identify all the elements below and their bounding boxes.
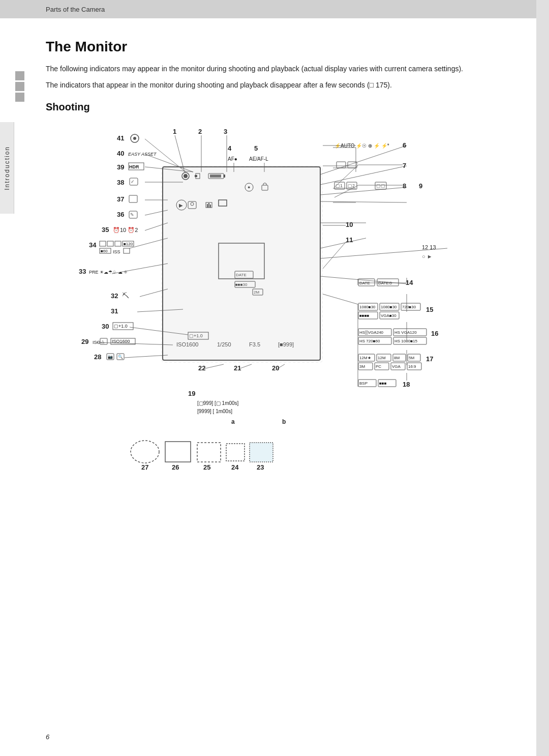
svg-text:34: 34 — [89, 241, 97, 249]
svg-text:2: 2 — [198, 128, 202, 135]
svg-line-48 — [320, 166, 407, 185]
svg-rect-8 — [210, 175, 221, 178]
svg-line-52 — [320, 238, 366, 248]
svg-text:■60: ■60 — [101, 249, 108, 253]
svg-line-218 — [203, 364, 224, 369]
svg-text:▢1: ▢1 — [336, 183, 343, 188]
side-tab: Introduction — [0, 122, 14, 214]
svg-text:○  ►: ○ ► — [422, 253, 433, 259]
svg-text:ISO: ISO — [93, 340, 101, 345]
svg-text:11: 11 — [346, 236, 353, 244]
svg-line-212 — [323, 242, 346, 269]
svg-text:DATE: DATE — [236, 273, 247, 277]
svg-text:⏰10  ⏰2: ⏰10 ⏰2 — [113, 226, 138, 234]
svg-rect-19 — [210, 205, 211, 208]
intro-text-1: The following indicators may appear in t… — [46, 63, 513, 74]
svg-rect-120 — [337, 162, 346, 168]
svg-text:VGA: VGA — [392, 364, 401, 369]
svg-text:6: 6 — [403, 141, 406, 149]
svg-rect-192 — [197, 443, 221, 462]
svg-text:29: 29 — [81, 338, 88, 345]
main-content: The Monitor The following indicators may… — [0, 18, 549, 609]
svg-text:⛏: ⛏ — [122, 292, 129, 300]
svg-text:26: 26 — [172, 463, 179, 471]
svg-point-190 — [131, 441, 159, 463]
svg-text:📷: 📷 — [108, 354, 113, 359]
svg-text:3M: 3M — [359, 364, 365, 369]
svg-text:33: 33 — [79, 268, 86, 275]
svg-text:24: 24 — [231, 463, 239, 471]
svg-text:36: 36 — [117, 211, 124, 218]
left-squares — [15, 71, 24, 102]
svg-rect-78 — [100, 241, 106, 246]
svg-text:ISO1600: ISO1600 — [176, 341, 198, 347]
page-wrapper: Parts of the Camera Introduction The Mon… — [0, 0, 549, 756]
svg-rect-0 — [163, 167, 320, 360]
svg-rect-191 — [165, 442, 191, 462]
left-sq-2 — [15, 82, 24, 91]
svg-text:■120: ■120 — [124, 242, 133, 246]
svg-text:18: 18 — [403, 381, 410, 388]
svg-rect-71 — [129, 195, 137, 202]
svg-text:19: 19 — [188, 390, 195, 397]
svg-text:▢▢: ▢▢ — [376, 183, 385, 188]
svg-text:12M: 12M — [378, 356, 386, 360]
svg-text:10: 10 — [346, 221, 353, 228]
svg-rect-80 — [115, 241, 121, 246]
svg-text:✎: ✎ — [130, 212, 134, 217]
svg-text:1: 1 — [173, 128, 176, 135]
svg-text:41: 41 — [117, 134, 124, 142]
svg-text:1/250: 1/250 — [217, 341, 231, 347]
svg-text:HS▒VGA240: HS▒VGA240 — [359, 330, 384, 335]
svg-line-217 — [323, 294, 358, 304]
svg-text:BSP: BSP — [359, 381, 368, 386]
svg-text:30: 30 — [102, 323, 109, 330]
svg-text:ISS: ISS — [113, 249, 120, 254]
side-tab-label: Introduction — [4, 146, 11, 190]
svg-text:⚡AUTO ⚡☉ ⊕ ⚡ ⚡*: ⚡AUTO ⚡☉ ⊕ ⚡ ⚡* — [334, 142, 389, 149]
svg-text:23: 23 — [257, 463, 264, 471]
svg-line-46 — [125, 355, 168, 358]
svg-rect-17 — [207, 204, 208, 208]
svg-text:HDR: HDR — [129, 164, 139, 169]
svg-text:▢+1.0: ▢+1.0 — [189, 333, 203, 338]
svg-text:9: 9 — [419, 182, 422, 190]
svg-text:15: 15 — [426, 306, 433, 313]
svg-text:21: 21 — [234, 364, 241, 372]
left-sq-3 — [15, 93, 24, 102]
svg-text:8: 8 — [403, 182, 406, 190]
shooting-title: Shooting — [46, 101, 513, 113]
svg-text:12M★: 12M★ — [359, 356, 371, 360]
svg-text:DATE⊙: DATE⊙ — [378, 281, 392, 285]
diagram-svg: ● ▶ DATE — [51, 121, 508, 559]
svg-text:25: 25 — [203, 463, 210, 471]
svg-text:●: ● — [248, 185, 250, 190]
svg-text:PRE ☀☁☂♧ ☁ ⚛: PRE ☀☁☂♧ ☁ ⚛ — [89, 270, 128, 275]
svg-rect-79 — [107, 241, 113, 246]
svg-text:PC: PC — [376, 364, 381, 369]
svg-rect-18 — [208, 203, 209, 208]
svg-point-61 — [133, 137, 136, 140]
svg-text:3: 3 — [224, 128, 227, 135]
svg-text:5M: 5M — [409, 356, 414, 360]
svg-text:5: 5 — [254, 144, 258, 152]
svg-text:39: 39 — [117, 163, 124, 171]
svg-text:[9999]   [     1m00s]: [9999] [ 1m00s] — [197, 409, 232, 414]
section-title: The Monitor — [46, 39, 513, 55]
top-bar: Parts of the Camera — [0, 0, 549, 18]
right-deco — [536, 0, 549, 756]
svg-text:EASY ASSET: EASY ASSET — [128, 152, 157, 157]
svg-line-47 — [320, 146, 407, 175]
svg-text:b: b — [282, 418, 286, 425]
svg-text:7: 7 — [403, 162, 406, 169]
svg-text:■■■30: ■■■30 — [235, 282, 248, 287]
svg-rect-5 — [195, 175, 197, 177]
svg-text:▶: ▶ — [179, 202, 183, 208]
left-sq-1 — [15, 71, 24, 80]
svg-rect-193 — [226, 444, 245, 461]
diagram-container: ● ▶ DATE — [51, 121, 508, 579]
page-number: 6 — [46, 733, 49, 741]
svg-text:■■■: ■■■ — [379, 381, 387, 386]
svg-point-3 — [184, 174, 188, 178]
svg-text:8M: 8M — [394, 356, 400, 360]
